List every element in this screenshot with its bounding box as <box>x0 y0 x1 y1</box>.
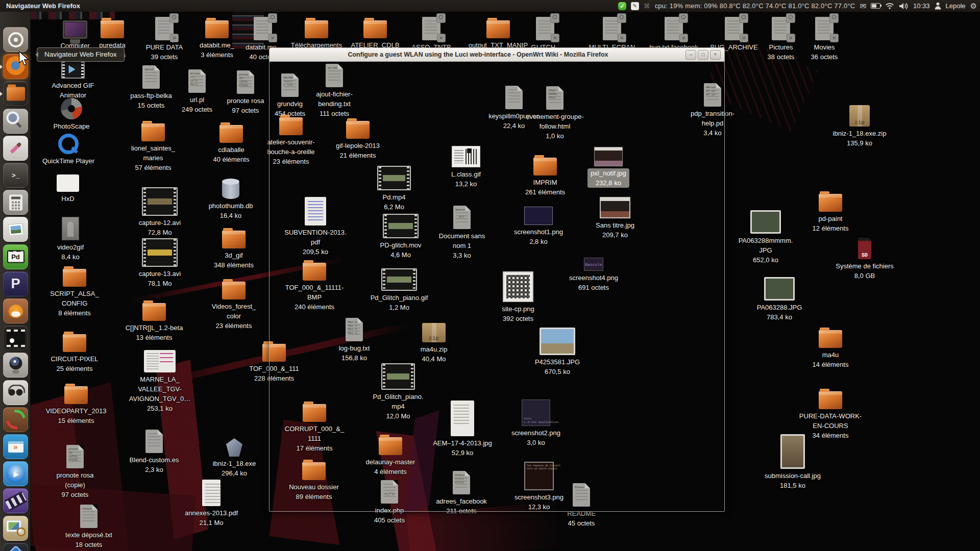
desktop-icon-ibniz-1-18-exe-zip[interactable]: zipibniz-1_18.exe.zip135,9 ko <box>826 105 893 148</box>
desktop-icon-nouveau-dossier[interactable]: Nouveau dossier89 éléments <box>281 462 347 502</box>
desktop-icon-l-class-gif[interactable]: L.class.gif13,2 ko <box>433 146 499 189</box>
launcher-item-media-player[interactable]: ▶ <box>3 461 28 486</box>
desktop-icon-screenshot2-png[interactable]: ions. s d'une application.screenshot2.pn… <box>503 399 569 447</box>
desktop-icon-lionel-saintes[interactable]: lionel_saintes_maries57 éléments <box>120 123 186 172</box>
desktop-icon-subvention-2013[interactable]: SUBVENTION-2013.pdf209,5 ko <box>282 197 349 257</box>
desktop-icon-capture-13-avi[interactable]: capture-13.avi78,1 Mo <box>127 238 193 288</box>
wifi-icon[interactable] <box>885 3 894 9</box>
volume-icon[interactable] <box>899 3 909 10</box>
desktop-icon-ma4u[interactable]: ma4u14 éléments <box>797 330 864 369</box>
launcher-item-video-editor[interactable] <box>3 325 28 350</box>
desktop-icon-photothumb-db[interactable]: photothumb.db16,4 ko <box>198 180 264 220</box>
desktop-icon-index-php[interactable]: </>index.php405 octets <box>356 480 423 525</box>
desktop-icon-pd-glitch-piano-gif[interactable]: Pd_Glitch_piano.gif1,2 Mo <box>366 268 432 312</box>
desktop-icon-log-bug-txt[interactable]: May 1 May 1 May 1 May 1log-bug.txt156,8 … <box>321 318 387 363</box>
launcher-item-calculator[interactable] <box>3 190 28 215</box>
desktop-icon-video2gif[interactable]: video2gif8,4 ko <box>37 217 104 262</box>
desktop-icon-pd-glitch-mov[interactable]: PD-glitch.mov4,6 Mo <box>368 214 434 260</box>
launcher-item-video-search[interactable] <box>3 109 28 134</box>
system-monitor-text[interactable]: cpu: 19% mem: 09% 80.8°C 82.0°C 74.0°C 8… <box>655 2 855 10</box>
mail-icon[interactable]: ✉ <box>860 2 866 11</box>
desktop-icon-pd-mp4[interactable]: Pd.mp46,2 Mo <box>361 166 427 212</box>
desktop-icon-movies[interactable]: Movies36 octets <box>791 17 857 62</box>
clock[interactable]: 10:33 <box>913 2 930 10</box>
launcher-item-scratch[interactable] <box>3 298 28 323</box>
desktop-icon-3d-gif[interactable]: 3d_gif348 éléments <box>201 231 267 270</box>
launcher-item-audio-player[interactable] <box>3 380 28 405</box>
desktop-icon-circuit-pixel[interactable]: CIRCUIT-PIXEL25 éléments <box>41 334 108 373</box>
message-check-icon[interactable]: ✓ <box>618 2 626 10</box>
desktop-icon-blend-custom-es[interactable]: Blend-custom.es2,3 ko <box>121 430 187 474</box>
desktop-icon-readme[interactable]: PleasREADME45 octets <box>548 483 615 528</box>
desktop-icon-script-alsa[interactable]: SCRIPT_ALSA_CONFIG8 éléments <box>41 269 108 318</box>
desktop-icon-videos-forest[interactable]: Videos_forest_color23 éléments <box>201 282 267 331</box>
launcher-item-webcam-booth[interactable] <box>3 353 28 378</box>
launcher-item-text-editor[interactable] <box>3 136 28 161</box>
desktop-icon-hxd[interactable]: HxD <box>35 174 101 204</box>
window-titlebar[interactable]: Configure a guest WLAN using the Luci we… <box>270 48 724 62</box>
desktop-icon-quicktime-player[interactable]: QuickTime Player <box>35 134 102 166</box>
desktop-icon-site-cp-png[interactable]: site-cp.png392 octets <box>485 271 551 323</box>
desktop-icon-evenement-groupe[interactable]: [GU] GRRRL IRmaevenement-groupe-follow.h… <box>522 86 588 141</box>
desktop-icon-marne-la[interactable]: MARNE_LA_VALLEE_TGV-AVIGNON_TGV_0…253,1 … <box>127 350 193 413</box>
desktop-icon-document-sans[interactable]: Notre __GLIDocument sansnom 13,3 ko <box>429 206 495 260</box>
launcher-item-film-editor[interactable] <box>3 488 28 513</box>
desktop-icon-atelier-souvenir[interactable]: atelier-souvenir-bouche-a-oreille23 élém… <box>258 117 324 166</box>
desktop-icon-multi-ecran[interactable]: MULTI_ECRAN <box>579 17 645 52</box>
desktop-icon-corrupt-000[interactable]: CORRUPT_000_&_111117 éléments <box>281 404 348 453</box>
desktop-icon-pa063288-jpg[interactable]: PA063288.JPG783,4 ko <box>746 277 813 322</box>
desktop-icon-pronote-rosa[interactable]: pronc ID: LEPOL PASSWpronote rosa(copie)… <box>42 445 108 499</box>
launcher-item-diagnostics[interactable] <box>3 543 28 551</box>
desktop-icon-c-ntr-l-1-2-beta[interactable]: C[]NTR[]L_1.2-beta13 éléments <box>121 303 187 342</box>
desktop-icon-tof-000-11111[interactable]: TOF_000_&_11111-BMP240 éléments <box>281 263 348 312</box>
settings-gear-icon[interactable]: ⚙ <box>970 2 977 11</box>
desktop-icon-bug-txt-facebook[interactable]: bug.txt.facebook <box>641 17 707 52</box>
desktop-icon-pd-glitch-piano[interactable]: Pd_Glitch_piano.mp412,0 Mo <box>365 363 431 421</box>
desktop-icon-gif-lepole-2013[interactable]: gif-lepole-201321 éléments <box>325 121 391 160</box>
maximize-button[interactable]: □ <box>698 50 708 60</box>
launcher-item-pure-data[interactable]: Pd <box>3 244 28 269</box>
launcher-item-image-viewer[interactable] <box>3 217 28 242</box>
desktop-icon-adrees-facebook[interactable]: https https httpsadrees_facebook211 octe… <box>428 471 495 516</box>
desktop-icon-texte-d-pos-txt[interactable]: resultexte déposé.txt18 octets <box>56 505 122 549</box>
desktop-icon-pxl-notif-jpg[interactable]: pxl_notif.jpg232,8 ko <box>575 147 642 188</box>
input-x-icon[interactable]: ✖ <box>644 2 650 11</box>
desktop-icon-photoscape[interactable]: PhotoScape <box>38 98 105 131</box>
launcher-item-terminal[interactable]: >_ <box>3 163 28 188</box>
desktop-icon-screenshot1-png[interactable]: screenshot1.png2,8 ko <box>505 207 572 246</box>
desktop-icon-ajout-fichier[interactable]: en faajout-fichier-bending.txt111 octets <box>301 64 368 118</box>
desktop-icon-sans-titre-jpg[interactable]: Sans titre.jpg209,7 ko <box>582 197 648 240</box>
desktop-icon-cdlaballe[interactable]: cdlaballe40 éléments <box>198 125 264 164</box>
session-user[interactable]: Lepole <box>946 2 966 10</box>
desktop-icon-pure-data-work[interactable]: PURE-DATA-WORK-EN-COURS34 éléments <box>797 391 864 440</box>
desktop-icon-ibniz-1-18-exe[interactable]: ibniz-1_18.exe296,4 ko <box>201 438 267 478</box>
launcher-item-format-converter[interactable]: » <box>3 434 28 459</box>
desktop-icon-pa063288mmmm[interactable]: PA063288mmmm.JPG652,0 ko <box>732 210 799 265</box>
desktop-icon-annexes-2013-pdf[interactable]: annexes-2013.pdf21,1 Mo <box>178 480 244 528</box>
desktop-icon-ma4u-zip[interactable]: zipma4u.zip40,4 Mo <box>401 323 467 364</box>
desktop-icon-p4253581-jpg[interactable]: P4253581.JPG670,5 ko <box>524 328 591 377</box>
desktop-icon-asso-tntb[interactable]: ASSO_TNTB <box>398 17 464 52</box>
desktop-icon-advanced-gif[interactable]: Advanced GIFAnimator <box>40 60 106 100</box>
desktop-icon-tof-000-111[interactable]: TOF_000_&_111228 éléments <box>241 344 307 383</box>
desktop-icon-aem-17-4-2013-jpg[interactable]: AEM–17-4-2013.jpg52,9 ko <box>429 400 496 458</box>
close-button[interactable]: × <box>710 50 721 60</box>
desktop-icon-videoparty-2013[interactable]: VIDEOPARTY_201315 éléments <box>43 386 109 425</box>
launcher-item-photo-viewer[interactable] <box>3 516 28 541</box>
desktop-icon-screenshot4-png[interactable]: Basculescreenshot4.png691 octets <box>560 258 627 292</box>
desktop-icon-capture-12-avi[interactable]: capture-12.avi72,8 Mo <box>127 187 193 237</box>
desktop-icon-syst-me-de-fichiers[interactable]: SDSystème de fichiers8,0 GB <box>831 238 898 281</box>
launcher-item-multi-converter[interactable] <box>3 407 28 432</box>
desktop-icon-delaunay-master[interactable]: delaunay-master4 éléments <box>357 437 424 477</box>
battery-icon[interactable] <box>871 3 880 9</box>
desktop-icon-t-l-chargements[interactable]: Téléchargements <box>283 20 350 50</box>
desktop-icon-submission-call-jpg[interactable]: submission-call.jpg181,5 ko <box>760 434 826 490</box>
desktop-icon-glitch[interactable]: GLITCH_ <box>512 17 578 52</box>
desktop-icon-pdp-transition[interactable]: #N ca #X ob #X obpdp_transition-help.pd3… <box>679 83 746 138</box>
notes-icon[interactable]: ✎ <box>631 2 639 10</box>
desktop-icon-pd-paint[interactable]: pd-paint12 éléments <box>797 194 864 233</box>
desktop-icon-imprim[interactable]: IMPRIM261 éléments <box>512 158 578 197</box>
launcher-item-ubuntu-dash[interactable] <box>3 27 28 52</box>
minimize-button[interactable]: – <box>685 50 696 60</box>
launcher-item-file-manager[interactable] <box>3 81 28 106</box>
